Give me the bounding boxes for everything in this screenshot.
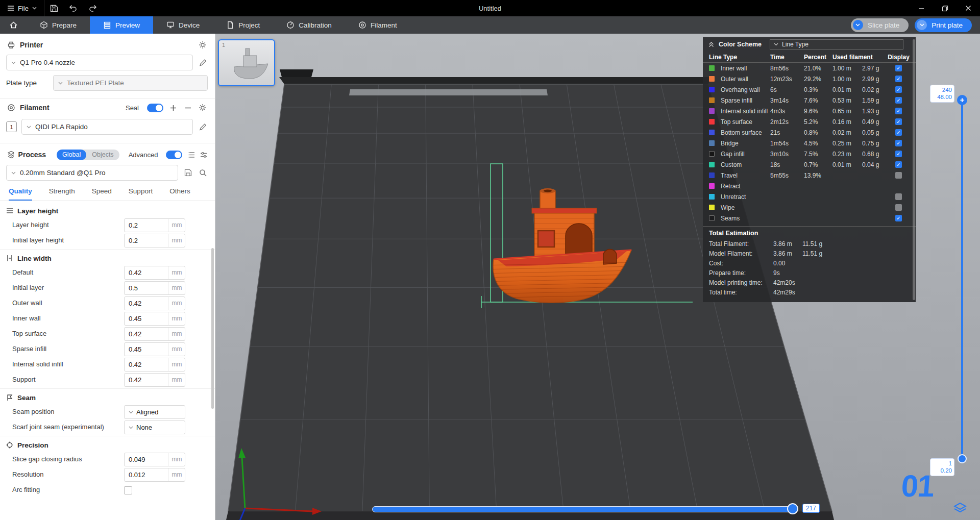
display-checkbox-bridge[interactable]: ✓ — [895, 140, 902, 146]
filament-settings-button[interactable] — [198, 103, 208, 113]
color-scheme-select[interactable]: Line Type — [770, 39, 903, 49]
filament-preset-select[interactable]: QIDI PLA Rapido — [21, 119, 193, 135]
minimize-icon — [918, 5, 924, 11]
search-parameters-button[interactable] — [198, 168, 208, 178]
line-type-weight: 2.97 g — [862, 65, 888, 72]
tab-label: Project — [238, 21, 260, 29]
tab-calibration[interactable]: Calibration — [273, 16, 345, 34]
display-checkbox-sparse-infill[interactable]: ✓ — [895, 97, 902, 104]
parameter-list-button[interactable] — [187, 150, 195, 160]
param-row-inner-wall: Inner wall0.45mm — [0, 312, 215, 326]
tab-label: Calibration — [299, 21, 332, 29]
display-checkbox-inner-wall[interactable]: ✓ — [895, 65, 902, 71]
process-tab-speed[interactable]: Speed — [92, 187, 112, 201]
minimize-button[interactable] — [910, 0, 933, 16]
remove-filament-button[interactable] — [183, 103, 193, 113]
printer-preset-select[interactable]: Q1 Pro 0.4 nozzle — [6, 55, 193, 70]
param-input-initial-layer-height[interactable]: 0.2mm — [124, 234, 185, 247]
param-input-initial-layer[interactable]: 0.5mm — [124, 281, 185, 295]
redo-button[interactable] — [83, 0, 103, 16]
legend-scrollbar[interactable] — [913, 39, 915, 300]
display-checkbox-travel[interactable] — [895, 172, 902, 179]
display-checkbox-wipe[interactable] — [895, 204, 902, 211]
param-input-default[interactable]: 0.42mm — [124, 266, 185, 280]
param-input-slice-gap-closing-radius[interactable]: 0.049mm — [124, 453, 185, 466]
save-preset-button[interactable] — [183, 168, 193, 178]
param-unit: mm — [168, 282, 185, 294]
param-input-sparse-infill[interactable]: 0.45mm — [124, 342, 185, 356]
layer-slider-track[interactable] — [961, 104, 963, 459]
print-options-chevron-icon[interactable] — [917, 20, 927, 30]
print-plate-button[interactable]: Print plate — [915, 18, 972, 32]
step-slider-handle[interactable] — [787, 503, 798, 514]
param-input-inner-wall[interactable]: 0.45mm — [124, 312, 185, 326]
close-button[interactable] — [957, 0, 980, 16]
process-preset-select[interactable]: 0.20mm Standard @Q1 Pro — [6, 165, 178, 181]
printer-settings-button[interactable] — [198, 40, 208, 50]
param-input-support[interactable]: 0.42mm — [124, 373, 185, 387]
layer-slider-top-handle[interactable]: + — [957, 95, 967, 105]
param-select-scarf-joint-seam-experimental[interactable]: None — [124, 420, 185, 434]
tab-preview[interactable]: Preview — [90, 16, 153, 34]
filament-spool-icon — [7, 104, 15, 112]
total-value-1: 42m20s — [773, 279, 802, 286]
project-icon — [226, 21, 234, 29]
line-type-percent: 9.6% — [804, 108, 832, 115]
plate-thumbnail[interactable]: 1 — [218, 39, 275, 86]
display-checkbox-bottom-surface[interactable]: ✓ — [895, 129, 902, 136]
display-checkbox-internal-solid-infill[interactable]: ✓ — [895, 108, 902, 114]
edit-filament-button[interactable] — [198, 122, 208, 132]
process-tab-strength[interactable]: Strength — [49, 187, 75, 201]
sidebar-scrollbar[interactable] — [211, 248, 214, 409]
line-type-time: 12m23s — [770, 76, 804, 83]
advanced-toggle[interactable] — [166, 151, 182, 159]
display-checkbox-overhang-wall[interactable]: ✓ — [895, 86, 902, 93]
slice-plate-button[interactable]: Slice plate — [851, 18, 909, 32]
step-slider-track[interactable] — [372, 506, 797, 512]
layers-stack-icon[interactable] — [953, 502, 967, 514]
viewport-3d[interactable]: 1 Color Scheme Line Type — [215, 34, 980, 520]
display-checkbox-seams[interactable]: ✓ — [895, 215, 902, 221]
edit-printer-button[interactable] — [198, 58, 208, 68]
seal-toggle[interactable] — [147, 104, 163, 112]
display-checkbox-outer-wall[interactable]: ✓ — [895, 76, 902, 82]
line-type-name: Sparse infill — [717, 97, 770, 104]
hamburger-icon — [7, 5, 14, 11]
tab-project[interactable]: Project — [213, 16, 273, 34]
tab-device[interactable]: Device — [153, 16, 213, 34]
scope-objects-button[interactable]: Objects — [86, 150, 119, 160]
plate-thumbnail-index: 1 — [222, 42, 225, 48]
slice-options-chevron-icon[interactable] — [853, 20, 863, 30]
param-input-layer-height[interactable]: 0.2mm — [124, 218, 185, 232]
process-tab-others[interactable]: Others — [169, 187, 190, 201]
parameter-filter-button[interactable] — [200, 150, 208, 160]
param-input-internal-solid-infill[interactable]: 0.42mm — [124, 358, 185, 372]
param-input-outer-wall[interactable]: 0.42mm — [124, 296, 185, 310]
layer-slider-bottom-handle[interactable] — [958, 454, 967, 463]
tab-filament[interactable]: Filament — [345, 16, 410, 34]
process-tab-support[interactable]: Support — [129, 187, 153, 201]
undo-button[interactable] — [64, 0, 83, 16]
save-project-button[interactable] — [44, 0, 64, 16]
maximize-button[interactable] — [933, 0, 957, 16]
arc-fitting-checkbox[interactable] — [124, 486, 132, 494]
collapse-chevrons-icon[interactable] — [708, 41, 715, 47]
display-checkbox-gap-infill[interactable]: ✓ — [895, 151, 902, 157]
process-tab-quality[interactable]: Quality — [9, 187, 32, 201]
display-checkbox-custom[interactable]: ✓ — [895, 161, 902, 168]
total-estimation-rows: Total Filament:3.86 m11.51 gModel Filame… — [703, 239, 916, 297]
tab-prepare[interactable]: Prepare — [27, 16, 90, 34]
plate-type-select[interactable]: Textured PEI Plate — [53, 75, 208, 91]
search-icon — [199, 169, 207, 177]
param-input-top-surface[interactable]: 0.42mm — [124, 327, 185, 341]
plate-number: 01 — [900, 468, 935, 504]
param-input-resolution[interactable]: 0.012mm — [124, 468, 185, 482]
display-checkbox-unretract[interactable] — [895, 193, 902, 200]
file-menu-button[interactable]: File — [0, 0, 44, 16]
param-select-seam-position[interactable]: Aligned — [124, 405, 185, 419]
scope-global-button[interactable]: Global — [57, 150, 86, 160]
display-checkbox-top-surface[interactable]: ✓ — [895, 118, 902, 125]
filament-slot-badge[interactable]: 1 — [6, 121, 17, 132]
home-button[interactable] — [0, 16, 27, 34]
add-filament-button[interactable] — [168, 103, 178, 113]
